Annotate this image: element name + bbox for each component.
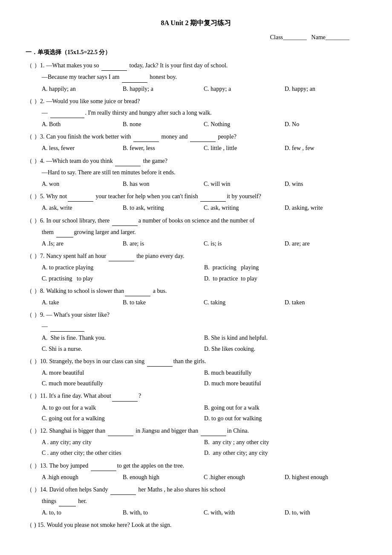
paren-5: （ [26,191,33,202]
q11-options: A. to go out for a walk B. going out for… [42,402,366,424]
class-blank: ________ [283,34,307,40]
q5-num: ）5. [34,191,45,202]
section1-title: 一．单项选择（15x1.5=22.5 分） [26,47,366,58]
paren-7: （ [26,251,33,261]
q2-line2: — . I'm really thirsty and hungry after … [42,107,366,118]
q3-num: ）3. [34,131,45,142]
q13-text: The boy jumped to get the apples on the … [49,460,367,471]
paren-8: （ [26,286,33,296]
q3-options: A. less, fewer B. fewer, less C. little … [42,143,366,153]
question-3: （ ）3. Can you finish the work better wit… [26,131,366,153]
q7-text: Nancy spent half an hour the piano every… [46,251,367,261]
class-label: Class [270,34,283,40]
question-12: （ ）12. Shanghai is bigger than in Jiangs… [26,425,366,459]
question-13: （ ）13. The boy jumped to get the apples … [26,460,366,483]
q7-num: ）7. [34,251,45,261]
paren-6: （ [26,215,33,226]
question-6: （ ）6. In our school library, there a num… [26,215,366,249]
q12-num: ）12. [34,425,48,436]
paren-13: （ [26,460,33,471]
q3-text: Can you finish the work better with mone… [46,131,367,142]
q8-num: ）8. [34,286,45,296]
question-14: （ ）14. David often helps Sandy her Maths… [26,484,366,518]
q9-text: — What's your sister like? [46,309,367,320]
question-11: （ ）11. It's a fine day. What about? A. t… [26,390,366,424]
q5-text: Why not your teacher for help when you c… [46,191,367,202]
q14-text: David often helps Sandy her Maths , he a… [49,484,367,495]
paren-14: （ [26,484,33,495]
page-title: 8A Unit 2 期中复习练习 [26,17,366,29]
q10-num: ）10. [34,356,48,367]
q11-num: ）11. [34,390,47,401]
q8-options: A. take B. to take C. taking D. taken [42,297,366,308]
paren-9: （ [26,309,33,320]
class-name-line: Class________ Name________ [26,32,366,43]
question-4: （ ）4. —Which team do you think the game?… [26,156,366,190]
paren-15: （ [26,520,33,530]
q11-text: It's a fine day. What about? [49,390,366,401]
q2-options: A. Both B. none C. Nothing D. No [42,119,366,130]
paren-4: （ [26,156,33,166]
paren-12: （ [26,425,33,436]
paren-11: （ [26,390,33,401]
name-blank: ________ [326,34,349,40]
q1-num: ）1. [34,60,45,71]
q13-num: ）13. [34,460,48,471]
q7-options: A. to practice playing B. practicing pla… [42,262,366,283]
question-15: （ ) 15. Would you please not smoke here?… [26,520,366,530]
question-7: （ ）7. Nancy spent half an hour the piano… [26,251,366,284]
q8-text: Walking to school is slower than a bus. [46,286,367,296]
q1-line2: —Because my teacher says I am honest boy… [42,72,366,82]
question-2: （ ）2. —Would you like some juice or brea… [26,96,366,130]
question-1: （ ）1. —What makes you so today, Jack? It… [26,60,366,94]
q9-num: ）9. [34,309,45,320]
q2-num: ）2. [34,96,45,107]
q4-options: A. won B. has won C. will win D. wins [42,179,366,189]
q15-text: Would you please not smoke here? Look at… [47,520,366,530]
paren-10: （ [26,356,33,367]
q9-line2: — [42,321,366,332]
q1-options: A. happily; an B. happily; a C. happy; a… [42,84,366,94]
question-10: （ ）10. Strangely, the boys in our class … [26,356,366,389]
question-8: （ ）8. Walking to school is slower than a… [26,286,366,308]
paren-1: （ [26,60,33,71]
q4-num: ）4. [34,156,45,166]
q6-line2: them growing larger and larger. [42,227,366,237]
q10-options: A. more beautiful B. much beautifully C.… [42,367,366,389]
q14-num: ）14. [34,484,48,495]
q5-options: A. ask, write B. to ask, writing C. ask,… [42,202,366,213]
q14-options: A. to, to B. with, to C. with, with D. t… [42,507,366,518]
q9-options: A. She is fine. Thank you. B. She is kin… [42,332,366,354]
question-9: （ ）9. — What's your sister like? — A. Sh… [26,309,366,354]
q6-text: In our school library, there a number of… [46,215,367,226]
paren-2: （ [26,96,33,107]
q6-options: A .Is; are B. are; is C. is; is D. are; … [42,238,366,249]
paren-3: （ [26,131,33,142]
q12-options: A . any city; any city B. any city ; any… [42,437,366,458]
q6-num: ）6. [34,215,45,226]
q4-line2: —Hard to say. There are still ten minute… [42,167,366,178]
name-label: Name [311,34,326,40]
q1-text: —What makes you so today, Jack? It is yo… [46,60,367,71]
q2-text: —Would you like some juice or bread? [46,96,367,107]
q4-text: —Which team do you think the game? [46,156,367,166]
q13-options: A .high enough B. enough high C .higher … [42,472,366,483]
q10-text: Strangely, the boys in our class can sin… [49,356,367,367]
q15-num: ) 15. [34,520,45,530]
q12-text: Shanghai is bigger than in Jiangsu and b… [49,425,367,436]
question-5: （ ）5. Why not your teacher for help when… [26,191,366,213]
q14-line2: things her. [42,496,366,506]
